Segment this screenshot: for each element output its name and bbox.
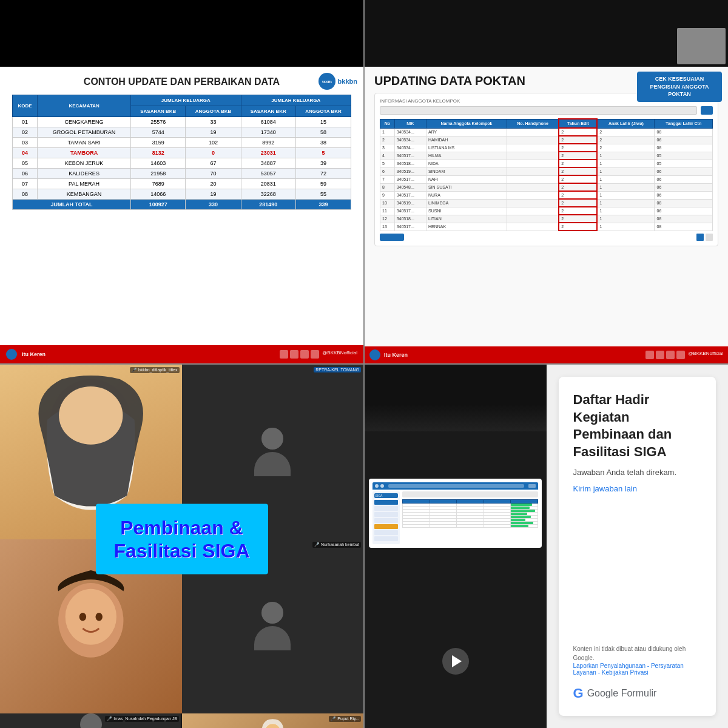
tr-content: bkkbn UPDATING DATA POKTAN CEK KESESUAIA…	[365, 67, 728, 346]
svg-point-7	[59, 386, 123, 445]
poktan-form: INFORMASI ANGGOTA KELOMPOK No NIK Nama A…	[374, 93, 718, 246]
facebook-icon-tr	[645, 351, 654, 359]
participant-6-badge: 🎤 Puput Riy...	[329, 716, 361, 722]
google-logo-area: G Google Formulir	[573, 686, 702, 701]
siga-navbar	[372, 482, 538, 490]
form-title: Daftar Hadir Kegiatan Pembinaan dan Fasi…	[573, 391, 702, 460]
poktan-row: 12340518...LITIAN2108	[380, 215, 713, 223]
poktan-row: 7340517...NAFI2106	[380, 175, 713, 183]
video-grid: 🎤 bkkbn_ditlaptik_titiex RPTRA-KEL.TOMAN…	[0, 365, 363, 713]
google-forms-label: Google Formulir	[587, 688, 657, 699]
search-button[interactable]	[701, 106, 713, 115]
youtube-icon-tr	[676, 351, 685, 359]
table-row: 01CENGKARENG25576336108415	[13, 117, 351, 127]
overlay-pembinaan-box: Pembinaan &Fasilitasi SIGA	[95, 504, 268, 575]
nav-dot-1	[375, 484, 379, 488]
sil-head-4	[261, 602, 283, 624]
participant-5-badge: 🎤 Imas_NusaIndah Pegadungan JB	[105, 716, 179, 722]
silhouette-2	[254, 428, 291, 476]
form-confirmed-text: Jawaban Anda telah direkam.	[573, 468, 702, 477]
data-table: KODE KECAMATAN JUMLAH KELUARGA JUMLAH KE…	[12, 95, 351, 210]
bkkbn-bottom-logo-tr	[369, 349, 380, 360]
bar-6	[511, 519, 525, 521]
video-cell-5: 🎤 Imas_NusaIndah Pegadungan JB	[0, 713, 181, 728]
play-triangle-icon	[452, 655, 462, 667]
silhouette-4	[254, 602, 291, 650]
br-video-section	[365, 595, 547, 728]
svg-point-10	[79, 613, 87, 621]
tr-bottom-bar: Itu Keren @BKKBNofficial	[365, 346, 728, 363]
top-right-quadrant: bkkbn UPDATING DATA POKTAN CEK KESESUAIA…	[365, 0, 728, 363]
siga-logo-mini: SIGA	[374, 493, 398, 498]
cek-kesesuaian-text: CEK KESESUAIAN PENGISIAN ANGGOTA POKTAN	[650, 76, 709, 97]
svg-point-11	[95, 613, 103, 621]
menu-item-5[interactable]	[374, 524, 398, 529]
bottom-right-quadrant: SIGA	[365, 365, 728, 728]
google-form-card: Daftar Hadir Kegiatan Pembinaan dan Fasi…	[559, 377, 716, 716]
br-left-panel: SIGA	[365, 365, 547, 728]
sil-head-5	[80, 713, 102, 728]
table-total-row: JUMLAH TOTAL100927330281490339	[13, 200, 351, 210]
menu-item-2[interactable]	[374, 506, 398, 511]
col-sasaran-bkr: SASARAN BKR	[241, 106, 295, 117]
tl-logo: BKKBN bkkbn	[318, 73, 357, 90]
poktan-row: 6340519...SINDAM2106	[380, 167, 713, 175]
table-row: 03TAMAN SARI3159102899238	[13, 138, 351, 148]
siga-app-screenshot: SIGA	[369, 479, 542, 548]
bkkbn-icon: BKKBN	[318, 73, 335, 90]
menu-item-3[interactable]	[374, 512, 398, 517]
play-button[interactable]	[442, 648, 469, 675]
poktan-row: 5340518...NIDA2105	[380, 160, 713, 167]
page-1[interactable]	[696, 234, 704, 241]
form-content: Daftar Hadir Kegiatan Pembinaan dan Fasi…	[573, 391, 702, 505]
bar-3	[511, 510, 534, 512]
main-grid: BKKBN bkkbn CONTOH UPDATE DAN PERBAIKAN …	[0, 0, 728, 728]
tl-content: BKKBN bkkbn CONTOH UPDATE DAN PERBAIKAN …	[0, 67, 363, 345]
siga-header-bar	[402, 491, 538, 497]
svg-text:BKKBN: BKKBN	[322, 80, 332, 84]
col-sasaran-bkb: SASARAN BKB	[131, 106, 186, 117]
search-field[interactable]	[380, 106, 697, 115]
page-2[interactable]	[706, 234, 713, 241]
menu-item-7[interactable]	[374, 536, 398, 541]
bottom-bar-text: Itu Keren	[22, 351, 46, 357]
next-btn[interactable]	[380, 234, 404, 241]
bar-5	[511, 516, 531, 518]
bar-1	[511, 504, 532, 506]
social-handle-tr: @BKKBNofficial	[688, 351, 723, 359]
form-footer-text: Konten ini tidak dibuat atau didukung ol…	[573, 644, 702, 662]
poktan-row: 11340517...SUSNI2106	[380, 207, 713, 215]
tr-corner-preview	[677, 28, 726, 64]
tl-video-black	[0, 0, 363, 67]
siga-body: SIGA	[372, 491, 538, 544]
col-anggota-bkb: ANGGOTA BKB	[186, 106, 241, 117]
instagram-icon-tr	[656, 351, 664, 359]
nav-btn[interactable]	[528, 484, 536, 488]
menu-item-4[interactable]	[374, 518, 398, 523]
cek-kesesuaian-box: CEK KESESUAIAN PENGISIAN ANGGOTA POKTAN	[637, 72, 722, 102]
bar-8	[511, 525, 528, 527]
poktan-row: 3340534...LISTIANA MS2208	[380, 144, 713, 152]
bottom-left-quadrant: 🎤 bkkbn_ditlaptik_titiex RPTRA-KEL.TOMAN…	[0, 365, 363, 728]
col-jml-bkb: JUMLAH KELUARGA	[131, 95, 241, 106]
poktan-row: 4340517...HILMA2105	[380, 152, 713, 160]
bkkbn-bottom-logo	[6, 349, 17, 360]
kirim-jawaban-link[interactable]: Kirim jawaban lain	[573, 484, 702, 493]
video-grid-row2: 🎤 Imas_NusaIndah Pegadungan JB	[0, 713, 363, 728]
table-row: 05KEBON JERUK14603673488739	[13, 158, 351, 169]
participant-2-badge: RPTRA-KEL.TOMANG	[314, 367, 361, 372]
form-footer-links[interactable]: Laporkan Penyalahgunaan - Persyaratan La…	[573, 662, 702, 676]
poktan-data-table: No NIK Nama Anggota Kelompok No. Handpho…	[380, 118, 713, 231]
sil-body-4	[254, 626, 291, 650]
menu-item-6[interactable]	[374, 530, 398, 535]
video-player	[365, 595, 547, 728]
twitter-icon	[300, 350, 309, 359]
poktan-row: 10340519...LINIMEGA2108	[380, 199, 713, 207]
participant-1-badge: 🎤 bkkbn_ditlaptik_titiex	[130, 367, 180, 373]
instagram-icon	[290, 350, 298, 359]
col-kode: KODE	[13, 95, 38, 117]
overlay-main-text: Pembinaan &Fasilitasi SIGA	[113, 516, 249, 562]
table-row: 08KEMBANGAN14066193226855	[13, 189, 351, 200]
menu-item-1[interactable]	[374, 500, 398, 505]
social-icons-tr: @BKKBNofficial	[645, 351, 723, 359]
